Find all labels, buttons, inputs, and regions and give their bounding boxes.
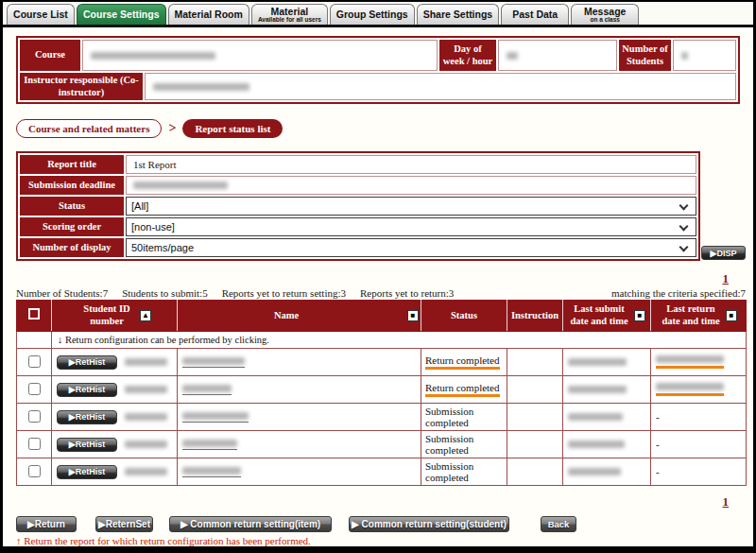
student-name-link[interactable] [182, 467, 241, 477]
scoring-order-label: Scoring order [20, 217, 124, 236]
page-1-link[interactable]: 1 [723, 271, 730, 285]
last-submit-cell [563, 458, 651, 486]
table-row: ▶RetHist Submission completed - [17, 431, 747, 458]
sort-name-icon[interactable]: ■ [407, 310, 419, 321]
report-title-value: 1st Report [126, 155, 696, 174]
student-name-cell [178, 404, 421, 431]
row-checkbox[interactable] [28, 465, 41, 477]
tab-label: Message [584, 7, 626, 17]
row-checkbox[interactable] [28, 355, 41, 368]
redacted-student-id [125, 358, 167, 366]
filter-section: Report title 1st Report Submission deadl… [16, 151, 746, 261]
instruction-cell [507, 458, 563, 486]
redacted-instructor-name [153, 83, 249, 91]
tab-course-settings[interactable]: Course Settings [77, 4, 166, 25]
tab-group-settings[interactable]: Group Settings [330, 4, 415, 25]
tab-message[interactable]: Message on a class [571, 4, 639, 25]
status-cell: Submission completed [421, 458, 507, 486]
status-cell: Return completed [421, 349, 507, 376]
display-count-row: Number of display 50items/page [20, 238, 696, 257]
note-row-spacer [17, 332, 52, 349]
tab-past-data[interactable]: Past Data [501, 4, 569, 25]
row-checkbox[interactable] [28, 383, 41, 395]
no-return-date: - [651, 439, 660, 450]
status-text: Return completed [425, 354, 500, 370]
status-filter-row: Status [All] [20, 197, 696, 216]
select-all-checkbox[interactable] [28, 308, 40, 320]
sort-student-id-icon[interactable]: ▲ [140, 310, 151, 321]
scoring-order-select[interactable]: [non-use] [126, 217, 696, 236]
table-row: ▶RetHist Submission completed - [17, 404, 747, 431]
row-checkbox[interactable] [28, 438, 41, 450]
redacted-student-id [125, 441, 167, 448]
instructor-value [145, 73, 736, 100]
num-students-label: Number of Students [619, 40, 671, 71]
tab-bar: Course List Course Settings Material Roo… [3, 2, 753, 27]
retern-set-button[interactable]: ▶ReternSet [95, 516, 153, 532]
chevron-down-icon [679, 222, 689, 232]
table-row: ▶RetHist Submission completed - [17, 458, 747, 486]
common-return-setting-student-button[interactable]: ▶ Common return setting(student) [349, 516, 509, 532]
tab-course-list[interactable]: Course List [7, 4, 75, 25]
table-row: ▶RetHist Return completed [17, 376, 747, 404]
student-name-cell [178, 349, 421, 376]
tab-share-settings[interactable]: Share Settings [417, 4, 500, 25]
redacted-submit-date [568, 468, 621, 475]
no-return-date: - [651, 411, 660, 423]
last-return-header-label: Last return date and time [660, 303, 722, 327]
matching-criteria-count: matching the criteria specified:7 [611, 287, 746, 299]
table-note-row: ↓ Return configuration can be performed … [17, 332, 747, 349]
name-header: Name■ [178, 301, 421, 332]
redacted-submit-date [568, 413, 623, 421]
back-button[interactable]: Back [541, 516, 576, 532]
status-cell: Submission completed [421, 404, 507, 431]
rethist-button[interactable]: ▶RetHist [57, 355, 117, 370]
rethist-button[interactable]: ▶RetHist [57, 410, 117, 424]
status-text: Submission completed [425, 460, 507, 483]
action-bar: ▶Return ▶ReternSet ▶ Common return setti… [16, 516, 740, 532]
instruction-cell [507, 349, 563, 376]
student-name-link[interactable] [182, 385, 232, 395]
tab-material-room[interactable]: Material Room [168, 4, 249, 25]
display-count-select[interactable]: 50items/page [126, 238, 696, 257]
chevron-down-icon [679, 243, 689, 252]
student-name-link[interactable] [182, 357, 245, 368]
student-name-link[interactable] [182, 412, 249, 423]
rethist-button[interactable]: ▶RetHist [57, 465, 117, 479]
return-button[interactable]: ▶Return [16, 516, 77, 532]
redacted-count-value [681, 52, 688, 60]
rethist-button[interactable]: ▶RetHist [57, 383, 117, 397]
row-checkbox[interactable] [28, 410, 41, 423]
disp-button[interactable]: ▶DISP [701, 246, 746, 260]
page-1-link[interactable]: 1 [723, 494, 730, 509]
last-return-header: Last return date and time■ [651, 301, 747, 332]
status-select-value: [All] [131, 200, 148, 212]
row-checkbox-cell [17, 458, 52, 486]
status-select[interactable]: [All] [126, 197, 696, 216]
student-name-link[interactable] [182, 440, 237, 450]
deadline-label: Submission deadline [20, 176, 124, 195]
last-return-cell: - [651, 458, 747, 486]
sort-last-submit-icon[interactable]: ■ [634, 310, 645, 321]
course-info-row: Course Day of week / hour Number of Stud… [20, 40, 736, 71]
breadcrumb-separator: > [168, 121, 176, 136]
students-count: Number of Students:7 [16, 287, 108, 299]
rethist-button[interactable]: ▶RetHist [57, 438, 117, 452]
name-header-label: Name [274, 310, 299, 322]
deadline-value [126, 176, 696, 195]
common-return-setting-item-button[interactable]: ▶ Common return setting(item) [169, 516, 332, 532]
course-value [82, 40, 438, 71]
redacted-student-id [125, 413, 167, 421]
status-text: Return completed [425, 382, 500, 397]
select-all-header [17, 301, 52, 332]
sort-last-return-icon[interactable]: ■ [726, 310, 737, 321]
yet-return-setting-count: Reports yet to return setting:3 [222, 287, 346, 299]
last-return-cell: - [651, 404, 747, 431]
tab-material[interactable]: Material Available for all users [251, 4, 328, 25]
instruction-cell [507, 376, 563, 404]
tab-sublabel: Available for all users [258, 17, 321, 24]
breadcrumb-parent-link[interactable]: Course and related matters [16, 119, 162, 138]
last-return-cell: - [651, 431, 747, 458]
table-header-row: Student ID number▲ Name■ Status Instruct… [17, 301, 747, 332]
status-header: Status [421, 301, 507, 332]
